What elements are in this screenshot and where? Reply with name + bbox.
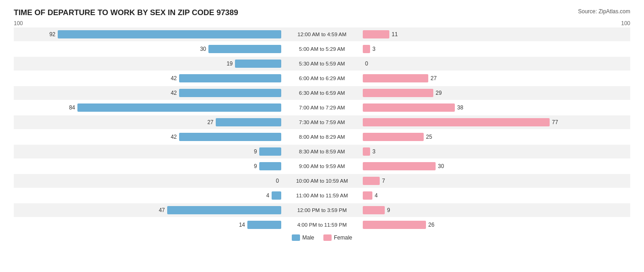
- table-row: 19 5:30 AM to 5:59 AM 0: [14, 57, 630, 71]
- male-legend-label: Male: [302, 234, 314, 241]
- male-value: 47: [152, 207, 165, 213]
- table-row: 9 8:30 AM to 8:59 AM 3: [14, 145, 630, 158]
- male-value: 42: [164, 75, 177, 82]
- female-bar: [363, 74, 428, 82]
- female-legend-color: [323, 234, 332, 241]
- table-row: 84 7:00 AM to 7:29 AM 38: [14, 101, 630, 114]
- female-value: 9: [387, 207, 400, 213]
- axis-left-label: 100: [14, 20, 23, 27]
- time-label: 4:00 PM to 11:59 PM: [283, 222, 361, 228]
- right-section: 4: [361, 189, 630, 202]
- right-section: 25: [361, 130, 630, 144]
- female-bar: [363, 162, 436, 170]
- chart-title: TIME OF DEPARTURE TO WORK BY SEX IN ZIP …: [14, 8, 630, 17]
- left-section: 42: [14, 71, 283, 85]
- left-section: 19: [14, 57, 283, 71]
- female-bar: [363, 45, 370, 53]
- male-bar: [179, 133, 281, 141]
- male-bar: [235, 60, 281, 68]
- left-section: 92: [14, 27, 283, 41]
- male-bar: [58, 30, 281, 38]
- right-section: 29: [361, 86, 630, 100]
- right-section: 38: [361, 101, 630, 114]
- male-bar: [77, 103, 281, 112]
- left-section: 9: [14, 145, 283, 158]
- right-section: 77: [361, 115, 630, 129]
- female-value: 30: [438, 163, 451, 169]
- female-bar: [363, 103, 455, 112]
- right-section: 11: [361, 27, 630, 41]
- right-section: 3: [361, 145, 630, 158]
- male-value: 92: [43, 31, 55, 38]
- male-value: 14: [232, 222, 245, 228]
- female-bar: [363, 221, 426, 229]
- female-value: 77: [552, 119, 565, 125]
- left-section: 0: [14, 174, 283, 188]
- time-label: 8:00 AM to 8:29 AM: [283, 134, 361, 140]
- female-value: 3: [372, 148, 385, 155]
- time-label: 6:00 AM to 6:29 AM: [283, 76, 361, 81]
- left-section: 47: [14, 203, 283, 217]
- male-bar: [167, 206, 281, 214]
- male-bar: [259, 162, 281, 170]
- left-section: 42: [14, 86, 283, 100]
- male-bar: [216, 118, 281, 126]
- male-bar: [272, 191, 281, 200]
- male-value: 0: [266, 178, 279, 184]
- legend: Male Female: [14, 234, 630, 241]
- rows-wrapper: 92 12:00 AM to 4:59 AM 11 30 5:00 AM to …: [14, 27, 630, 232]
- table-row: 47 12:00 PM to 3:59 PM 9: [14, 203, 630, 217]
- left-section: 4: [14, 189, 283, 202]
- table-row: 42 6:30 AM to 6:59 AM 29: [14, 86, 630, 100]
- female-value: 11: [392, 31, 404, 38]
- time-label: 6:30 AM to 6:59 AM: [283, 90, 361, 96]
- female-value: 29: [436, 90, 448, 96]
- male-value: 9: [244, 163, 257, 169]
- table-row: 42 6:00 AM to 6:29 AM 27: [14, 71, 630, 85]
- time-label: 7:30 AM to 7:59 AM: [283, 120, 361, 125]
- table-row: 14 4:00 PM to 11:59 PM 26: [14, 218, 630, 232]
- table-row: 42 8:00 AM to 8:29 AM 25: [14, 130, 630, 144]
- female-bar: [363, 118, 550, 126]
- left-section: 84: [14, 101, 283, 114]
- right-section: 27: [361, 71, 630, 85]
- male-value: 19: [220, 60, 233, 67]
- male-bar: [179, 74, 281, 82]
- female-bar: [363, 147, 370, 156]
- female-value: 38: [457, 104, 470, 111]
- female-value: 25: [426, 134, 439, 140]
- time-label: 5:30 AM to 5:59 AM: [283, 61, 361, 66]
- male-value: 42: [164, 134, 177, 140]
- female-bar: [363, 177, 380, 185]
- time-label: 7:00 AM to 7:29 AM: [283, 105, 361, 110]
- right-section: 0: [361, 57, 630, 71]
- male-value: 27: [201, 119, 213, 125]
- left-section: 14: [14, 218, 283, 232]
- male-bar: [247, 221, 281, 229]
- male-legend-color: [292, 234, 300, 241]
- left-section: 30: [14, 42, 283, 56]
- female-value: 26: [428, 222, 441, 228]
- female-legend-label: Female: [334, 234, 352, 241]
- female-bar: [363, 133, 424, 141]
- time-label: 5:00 AM to 5:29 AM: [283, 46, 361, 52]
- chart-container: TIME OF DEPARTURE TO WORK BY SEX IN ZIP …: [0, 0, 644, 272]
- female-value: 4: [375, 192, 387, 199]
- left-section: 42: [14, 130, 283, 144]
- female-bar: [363, 30, 389, 38]
- left-section: 27: [14, 115, 283, 129]
- male-bar: [179, 89, 281, 97]
- source-label: Source: ZipAtlas.com: [578, 8, 630, 15]
- time-label: 10:00 AM to 10:59 AM: [283, 178, 361, 184]
- table-row: 92 12:00 AM to 4:59 AM 11: [14, 27, 630, 41]
- right-section: 26: [361, 218, 630, 232]
- female-value: 7: [382, 178, 395, 184]
- axis-right-label: 100: [621, 20, 630, 27]
- right-section: 9: [361, 203, 630, 217]
- female-bar: [363, 89, 433, 97]
- time-label: 11:00 AM to 11:59 AM: [283, 193, 361, 198]
- table-row: 0 10:00 AM to 10:59 AM 7: [14, 174, 630, 188]
- male-value: 9: [244, 148, 257, 155]
- male-value: 84: [62, 104, 75, 111]
- table-row: 30 5:00 AM to 5:29 AM 3: [14, 42, 630, 56]
